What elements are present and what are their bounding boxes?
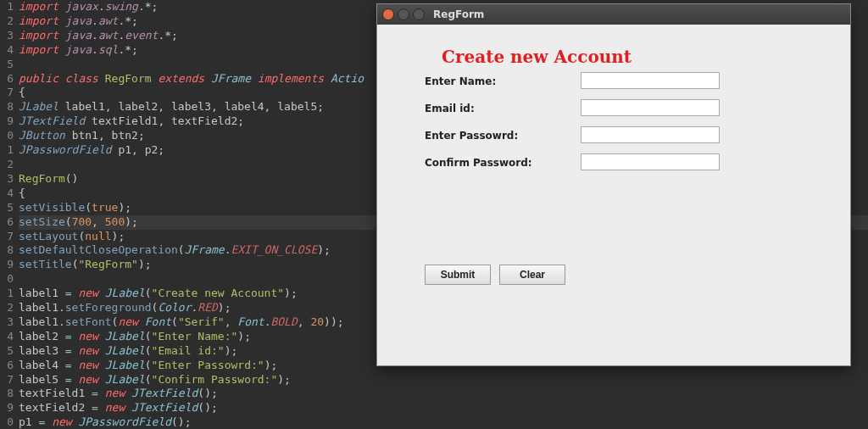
line-number: 9: [0, 401, 19, 415]
window-title: RegForm: [433, 8, 484, 20]
window-titlebar[interactable]: RegForm: [377, 4, 850, 25]
line-number: 1: [0, 143, 19, 158]
line-number: 0: [0, 272, 19, 287]
line-number: 6: [0, 72, 19, 86]
code-line[interactable]: label5 = new JLabel("Confirm Password:")…: [19, 373, 868, 387]
close-icon[interactable]: [382, 8, 394, 20]
form-heading: Create new Account: [442, 47, 632, 67]
line-number: 6: [0, 359, 19, 373]
line-number: 3: [0, 315, 19, 330]
password-field[interactable]: [581, 126, 720, 143]
line-number: 5: [0, 201, 19, 215]
line-number: 2: [0, 158, 19, 172]
line-number: 7: [0, 230, 19, 244]
line-number: 9: [0, 258, 19, 272]
line-number: 1: [0, 0, 19, 14]
line-number: 3: [0, 172, 19, 187]
line-number: 3: [0, 29, 19, 43]
regform-body: Create new Account Enter Name: Email id:…: [377, 25, 850, 365]
line-number: 6: [0, 215, 19, 230]
line-number: 9: [0, 114, 19, 129]
submit-button[interactable]: Submit: [425, 265, 491, 285]
line-number: 4: [0, 187, 19, 201]
line-number: 0: [0, 129, 19, 143]
maximize-icon[interactable]: [413, 8, 425, 20]
email-field[interactable]: [581, 99, 720, 116]
confirm-field[interactable]: [581, 153, 720, 170]
line-number: 5: [0, 58, 19, 72]
line-number: 5: [0, 344, 19, 359]
code-line[interactable]: textField2 = new JTextField();: [19, 401, 868, 415]
minimize-icon[interactable]: [398, 8, 409, 20]
line-number: 2: [0, 301, 19, 315]
line-number: 8: [0, 243, 19, 258]
line-number: 7: [0, 86, 19, 100]
line-number: 8: [0, 387, 19, 401]
clear-button[interactable]: Clear: [499, 265, 565, 285]
line-number: 1: [0, 287, 19, 301]
line-number: 2: [0, 14, 19, 29]
line-number: 4: [0, 330, 19, 344]
line-number: 0: [0, 415, 19, 429]
code-line[interactable]: p1 = new JPasswordField();: [19, 415, 868, 429]
code-line[interactable]: textField1 = new JTextField();: [19, 387, 868, 401]
line-number: 8: [0, 100, 19, 114]
name-field[interactable]: [581, 72, 720, 89]
label-name: Enter Name:: [425, 75, 496, 87]
line-number: 7: [0, 373, 19, 387]
line-number: 4: [0, 43, 19, 58]
regform-window: RegForm Create new Account Enter Name: E…: [376, 3, 851, 366]
label-email: Email id:: [425, 103, 475, 114]
label-confirm: Confirm Password:: [425, 157, 532, 169]
label-password: Enter Passowrd:: [425, 130, 518, 142]
